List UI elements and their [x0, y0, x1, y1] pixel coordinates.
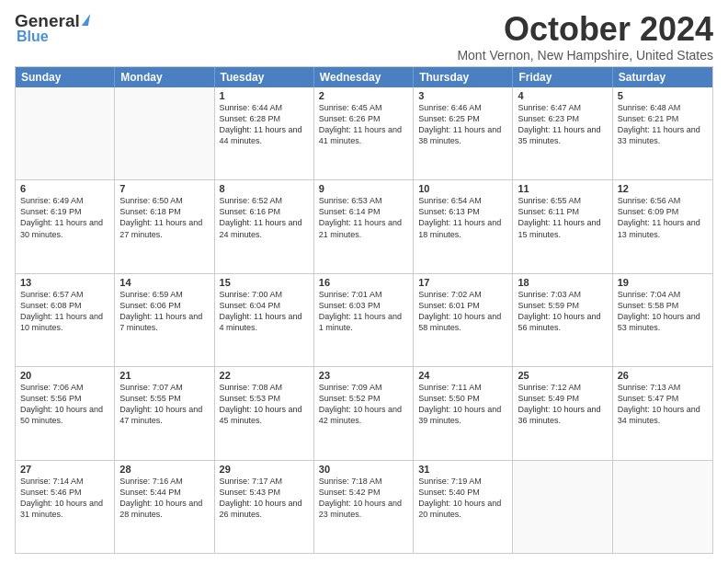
cell-info: Sunrise: 6:55 AM [518, 195, 607, 206]
calendar-body: 1Sunrise: 6:44 AMSunset: 6:28 PMDaylight… [16, 87, 712, 553]
cell-info: Sunrise: 7:01 AM [319, 289, 408, 300]
calendar-cell: 10Sunrise: 6:54 AMSunset: 6:13 PMDayligh… [414, 180, 513, 272]
calendar-cell: 25Sunrise: 7:12 AMSunset: 5:49 PMDayligh… [513, 367, 612, 459]
cell-info: Sunset: 6:03 PM [319, 300, 408, 311]
day-number: 26 [618, 370, 708, 381]
calendar-cell: 22Sunrise: 7:08 AMSunset: 5:53 PMDayligh… [215, 367, 314, 459]
calendar-cell: 26Sunrise: 7:13 AMSunset: 5:47 PMDayligh… [613, 367, 712, 459]
logo: General Blue [15, 11, 89, 45]
cell-info: Daylight: 11 hours and 4 minutes. [220, 311, 309, 333]
cell-info: Sunrise: 7:07 AM [119, 382, 209, 393]
cell-info: Sunrise: 6:57 AM [20, 289, 109, 300]
calendar-week-row: 6Sunrise: 6:49 AMSunset: 6:19 PMDaylight… [16, 180, 712, 273]
day-number: 20 [20, 370, 109, 381]
calendar-cell: 27Sunrise: 7:14 AMSunset: 5:46 PMDayligh… [16, 461, 115, 553]
cell-info: Daylight: 11 hours and 41 minutes. [319, 124, 408, 146]
day-number: 25 [518, 370, 607, 381]
calendar-cell: 12Sunrise: 6:56 AMSunset: 6:09 PMDayligh… [613, 180, 712, 272]
calendar-header: SundayMondayTuesdayWednesdayThursdayFrid… [16, 67, 712, 87]
cell-info: Daylight: 11 hours and 38 minutes. [418, 124, 507, 146]
cell-info: Daylight: 10 hours and 45 minutes. [220, 404, 309, 426]
calendar-cell: 31Sunrise: 7:19 AMSunset: 5:40 PMDayligh… [414, 461, 513, 553]
cell-info: Sunrise: 6:56 AM [618, 195, 708, 206]
calendar-day-header: Thursday [414, 67, 513, 87]
cell-info: Sunrise: 6:54 AM [418, 195, 507, 206]
calendar-cell: 4Sunrise: 6:47 AMSunset: 6:23 PMDaylight… [513, 87, 612, 179]
cell-info: Sunset: 5:52 PM [319, 393, 408, 404]
calendar-cell: 21Sunrise: 7:07 AMSunset: 5:55 PMDayligh… [115, 367, 214, 459]
calendar-cell: 20Sunrise: 7:06 AMSunset: 5:56 PMDayligh… [16, 367, 115, 459]
cell-info: Sunrise: 7:06 AM [20, 382, 109, 393]
cell-info: Sunrise: 7:03 AM [518, 289, 607, 300]
cell-info: Sunrise: 7:16 AM [119, 476, 209, 487]
cell-info: Sunrise: 7:13 AM [618, 382, 708, 393]
calendar-cell: 16Sunrise: 7:01 AMSunset: 6:03 PMDayligh… [314, 274, 414, 366]
cell-info: Sunset: 5:53 PM [220, 393, 309, 404]
cell-info: Sunset: 5:56 PM [20, 393, 109, 404]
cell-info: Sunrise: 7:19 AM [418, 476, 507, 487]
calendar-cell: 28Sunrise: 7:16 AMSunset: 5:44 PMDayligh… [115, 461, 214, 553]
cell-info: Sunset: 5:50 PM [418, 393, 507, 404]
calendar-week-row: 27Sunrise: 7:14 AMSunset: 5:46 PMDayligh… [16, 461, 712, 553]
calendar-day-header: Friday [513, 67, 612, 87]
calendar-day-header: Tuesday [215, 67, 314, 87]
cell-info: Daylight: 10 hours and 23 minutes. [319, 498, 408, 520]
calendar-week-row: 13Sunrise: 6:57 AMSunset: 6:08 PMDayligh… [16, 274, 712, 367]
calendar-cell: 6Sunrise: 6:49 AMSunset: 6:19 PMDaylight… [16, 180, 115, 272]
day-number: 28 [119, 464, 209, 475]
day-number: 11 [518, 183, 607, 194]
cell-info: Sunset: 6:16 PM [220, 206, 309, 217]
cell-info: Daylight: 10 hours and 58 minutes. [418, 311, 507, 333]
day-number: 27 [20, 464, 109, 475]
day-number: 21 [119, 370, 209, 381]
cell-info: Sunset: 5:49 PM [518, 393, 607, 404]
calendar-cell: 1Sunrise: 6:44 AMSunset: 6:28 PMDaylight… [215, 87, 314, 179]
calendar-cell: 9Sunrise: 6:53 AMSunset: 6:14 PMDaylight… [314, 180, 414, 272]
calendar-cell: 8Sunrise: 6:52 AMSunset: 6:16 PMDaylight… [215, 180, 314, 272]
day-number: 30 [319, 464, 408, 475]
cell-info: Daylight: 10 hours and 36 minutes. [518, 404, 607, 426]
cell-info: Daylight: 11 hours and 15 minutes. [518, 217, 607, 239]
cell-info: Sunset: 6:21 PM [618, 113, 708, 124]
calendar-cell [115, 87, 214, 179]
header: General Blue October 2024 Mont Vernon, N… [15, 11, 713, 63]
cell-info: Daylight: 11 hours and 35 minutes. [518, 124, 607, 146]
cell-info: Daylight: 11 hours and 44 minutes. [220, 124, 309, 146]
cell-info: Sunset: 5:42 PM [319, 487, 408, 498]
cell-info: Sunrise: 7:02 AM [418, 289, 507, 300]
cell-info: Daylight: 10 hours and 56 minutes. [518, 311, 607, 333]
day-number: 13 [20, 277, 109, 288]
cell-info: Daylight: 11 hours and 7 minutes. [119, 311, 209, 333]
calendar-day-header: Sunday [16, 67, 115, 87]
cell-info: Sunrise: 7:17 AM [220, 476, 309, 487]
cell-info: Daylight: 11 hours and 33 minutes. [618, 124, 708, 146]
cell-info: Sunset: 5:58 PM [618, 300, 708, 311]
cell-info: Sunrise: 7:00 AM [220, 289, 309, 300]
calendar-cell: 24Sunrise: 7:11 AMSunset: 5:50 PMDayligh… [414, 367, 513, 459]
calendar-cell [16, 87, 115, 179]
cell-info: Daylight: 10 hours and 53 minutes. [618, 311, 708, 333]
cell-info: Sunset: 6:13 PM [418, 206, 507, 217]
page: General Blue October 2024 Mont Vernon, N… [0, 0, 728, 563]
day-number: 12 [618, 183, 708, 194]
cell-info: Sunrise: 6:46 AM [418, 102, 507, 113]
calendar-cell: 11Sunrise: 6:55 AMSunset: 6:11 PMDayligh… [513, 180, 612, 272]
cell-info: Daylight: 10 hours and 20 minutes. [418, 498, 507, 520]
cell-info: Sunset: 6:06 PM [119, 300, 209, 311]
cell-info: Daylight: 10 hours and 50 minutes. [20, 404, 109, 426]
cell-info: Sunset: 6:14 PM [319, 206, 408, 217]
cell-info: Daylight: 10 hours and 31 minutes. [20, 498, 109, 520]
calendar-cell: 19Sunrise: 7:04 AMSunset: 5:58 PMDayligh… [613, 274, 712, 366]
cell-info: Sunset: 6:09 PM [618, 206, 708, 217]
cell-info: Daylight: 11 hours and 10 minutes. [20, 311, 109, 333]
day-number: 31 [418, 464, 507, 475]
day-number: 17 [418, 277, 507, 288]
day-number: 24 [418, 370, 507, 381]
cell-info: Sunset: 5:47 PM [618, 393, 708, 404]
day-number: 22 [220, 370, 309, 381]
day-number: 16 [319, 277, 408, 288]
cell-info: Sunrise: 6:59 AM [119, 289, 209, 300]
cell-info: Sunrise: 7:18 AM [319, 476, 408, 487]
month-title: October 2024 [457, 11, 713, 48]
day-number: 15 [220, 277, 309, 288]
